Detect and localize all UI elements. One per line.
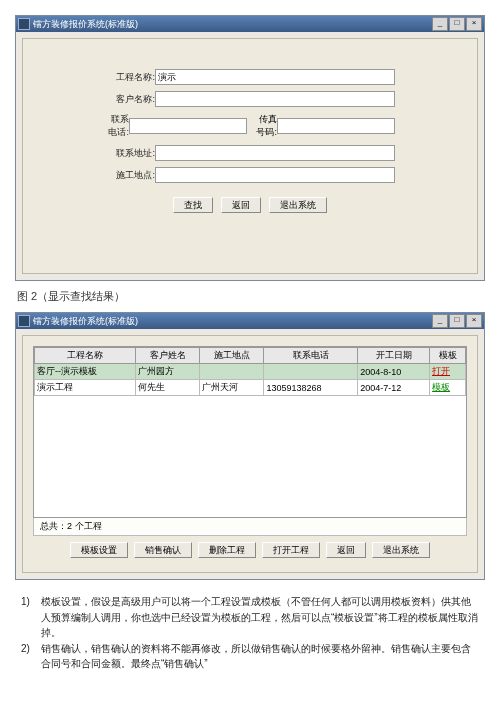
site-input[interactable] [155,167,395,183]
project-name-label: 工程名称: [105,71,155,84]
sales-confirm-button[interactable]: 销售确认 [134,542,192,558]
status-bar: 总共：2 个工程 [33,518,467,536]
close-icon[interactable]: × [466,314,482,328]
minimize-icon[interactable]: _ [432,314,448,328]
project-name-input[interactable] [155,69,395,85]
column-header[interactable]: 施工地点 [200,348,264,364]
footnote-text: 模板设置，假设是高级用户可以将一个工程设置成模板（不管任何人都可以调用模板资料）… [41,594,479,641]
row-action-link[interactable]: 打开 [432,366,450,376]
search-window: 镭方装修报价系统(标准版) _ □ × 工程名称: 客户名称: 联系电话: [15,15,485,281]
exit-button[interactable]: 退出系统 [372,542,430,558]
phone-label: 联系电话: [105,113,129,139]
cell-site: 广州天河 [200,380,264,396]
app-icon [18,315,30,327]
maximize-icon[interactable]: □ [449,314,465,328]
phone-input[interactable] [129,118,247,134]
cell-client: 广州园方 [136,364,200,380]
app-icon [18,18,30,30]
figure-caption: 图 2（显示查找结果） [17,289,485,304]
result-window: 镭方装修报价系统(标准版) _ □ × 工程名称客户姓名施工地点联系电话开工日期… [15,312,485,580]
cell-action: 打开 [430,364,466,380]
column-header[interactable]: 开工日期 [358,348,430,364]
pager-input[interactable] [277,118,395,134]
table-row[interactable]: 演示工程何先生广州天河130591382682004-7-12模板 [35,380,466,396]
site-label: 施工地点: [105,169,155,182]
minimize-icon[interactable]: _ [432,17,448,31]
cell-phone: 13059138268 [264,380,358,396]
row-action-link[interactable]: 模板 [432,382,450,392]
window-title: 镭方装修报价系统(标准版) [33,18,432,31]
cell-site [200,364,264,380]
search-button[interactable]: 查找 [173,197,213,213]
column-header[interactable]: 工程名称 [35,348,136,364]
window-title: 镭方装修报价系统(标准版) [33,315,432,328]
cell-action: 模板 [430,380,466,396]
cell-date: 2004-8-10 [358,364,430,380]
footnote-item: 1)模板设置，假设是高级用户可以将一个工程设置成模板（不管任何人都可以调用模板资… [21,594,479,641]
client-name-label: 客户名称: [105,93,155,106]
cell-client: 何先生 [136,380,200,396]
back-button[interactable]: 返回 [326,542,366,558]
table-row[interactable]: 客厅--演示模板广州园方2004-8-10打开 [35,364,466,380]
address-input[interactable] [155,145,395,161]
pager-label: 传真号码: [253,113,277,139]
footnote-text: 销售确认，销售确认的资料将不能再修改，所以做销售确认的时候要格外留神。销售确认主… [41,641,479,672]
cell-project: 演示工程 [35,380,136,396]
column-header[interactable]: 模板 [430,348,466,364]
cell-project: 客厅--演示模板 [35,364,136,380]
template-settings-button[interactable]: 模板设置 [70,542,128,558]
footnotes: 1)模板设置，假设是高级用户可以将一个工程设置成模板（不管任何人都可以调用模板资… [15,594,485,672]
footnote-number: 1) [21,594,41,641]
footnote-number: 2) [21,641,41,672]
client-name-input[interactable] [155,91,395,107]
open-project-button[interactable]: 打开工程 [262,542,320,558]
titlebar: 镭方装修报价系统(标准版) _ □ × [16,313,484,329]
exit-button[interactable]: 退出系统 [269,197,327,213]
footnote-item: 2)销售确认，销售确认的资料将不能再修改，所以做销售确认的时候要格外留神。销售确… [21,641,479,672]
column-header[interactable]: 客户姓名 [136,348,200,364]
titlebar: 镭方装修报价系统(标准版) _ □ × [16,16,484,32]
back-button[interactable]: 返回 [221,197,261,213]
close-icon[interactable]: × [466,17,482,31]
column-header[interactable]: 联系电话 [264,348,358,364]
delete-project-button[interactable]: 删除工程 [198,542,256,558]
address-label: 联系地址: [105,147,155,160]
maximize-icon[interactable]: □ [449,17,465,31]
cell-date: 2004-7-12 [358,380,430,396]
result-panel: 工程名称客户姓名施工地点联系电话开工日期模板 客厅--演示模板广州园方2004-… [22,335,478,573]
cell-phone [264,364,358,380]
search-panel: 工程名称: 客户名称: 联系电话: 传真号码: 联系地址: [22,38,478,274]
result-grid: 工程名称客户姓名施工地点联系电话开工日期模板 客厅--演示模板广州园方2004-… [33,346,467,518]
